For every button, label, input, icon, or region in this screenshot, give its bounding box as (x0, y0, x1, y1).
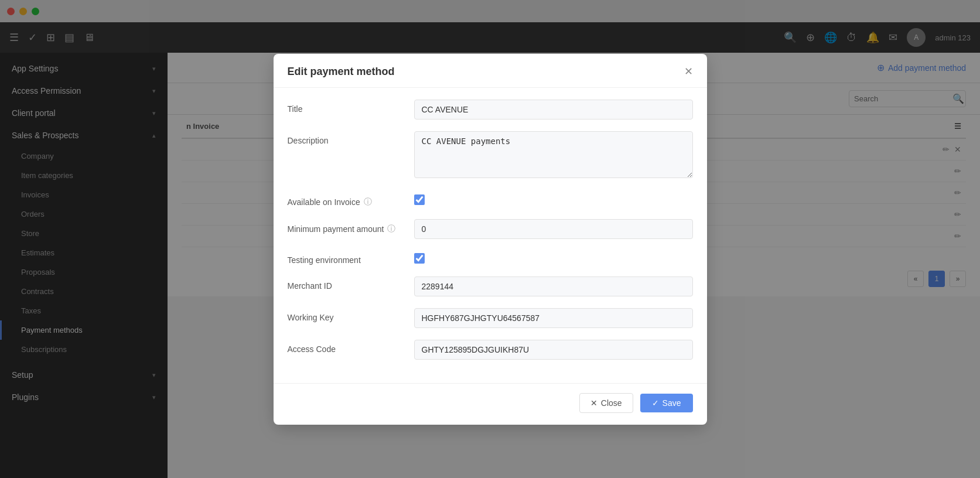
description-label: Description (288, 131, 405, 145)
title-label: Title (288, 100, 405, 114)
testing-env-label: Testing environment (288, 251, 405, 265)
form-row-testing-env: Testing environment (288, 251, 693, 265)
merchant-id-label: Merchant ID (288, 276, 405, 291)
title-input-wrap (414, 100, 693, 120)
min-payment-input[interactable] (414, 219, 693, 239)
form-row-merchant-id: Merchant ID (288, 276, 693, 296)
modal-body: Title Description CC AVENUE payments Ava… (274, 88, 707, 383)
modal-title: Edit payment method (288, 66, 395, 78)
working-key-input-wrap (414, 308, 693, 328)
title-input[interactable] (414, 100, 693, 120)
modal-footer: ✕ Close ✓ Save (274, 383, 707, 425)
close-button[interactable]: ✕ Close (579, 393, 633, 413)
edit-payment-modal: Edit payment method ✕ Title Description … (274, 54, 707, 425)
save-button-label: Save (663, 398, 681, 408)
merchant-id-input[interactable] (414, 276, 693, 296)
min-payment-label: Minimum payment amount ⓘ (288, 219, 405, 234)
available-invoice-checkbox[interactable] (414, 194, 425, 205)
form-row-description: Description CC AVENUE payments (288, 131, 693, 180)
testing-env-checkbox-wrap (414, 251, 693, 264)
working-key-label: Working Key (288, 308, 405, 322)
modal-header: Edit payment method ✕ (274, 54, 707, 88)
access-code-label: Access Code (288, 340, 405, 354)
form-row-available-invoice: Available on Invoice ⓘ (288, 192, 693, 207)
min-payment-input-wrap (414, 219, 693, 239)
modal-close-button[interactable]: ✕ (684, 66, 693, 77)
close-x-icon: ✕ (590, 398, 597, 408)
access-code-input-wrap (414, 340, 693, 360)
save-button[interactable]: ✓ Save (640, 394, 693, 412)
form-row-access-code: Access Code (288, 340, 693, 360)
modal-overlay[interactable]: Edit payment method ✕ Title Description … (0, 0, 980, 478)
available-invoice-label: Available on Invoice ⓘ (288, 192, 405, 207)
available-invoice-checkbox-wrap (414, 192, 693, 205)
working-key-input[interactable] (414, 308, 693, 328)
testing-env-checkbox[interactable] (414, 253, 425, 264)
description-input-wrap: CC AVENUE payments (414, 131, 693, 180)
merchant-id-input-wrap (414, 276, 693, 296)
form-row-working-key: Working Key (288, 308, 693, 328)
min-payment-help-icon: ⓘ (387, 224, 395, 234)
form-row-title: Title (288, 100, 693, 120)
description-textarea[interactable]: CC AVENUE payments (414, 131, 693, 178)
form-row-min-payment: Minimum payment amount ⓘ (288, 219, 693, 239)
save-check-icon: ✓ (652, 398, 659, 408)
access-code-input[interactable] (414, 340, 693, 360)
available-invoice-help-icon: ⓘ (364, 197, 372, 207)
close-button-label: Close (601, 398, 622, 408)
